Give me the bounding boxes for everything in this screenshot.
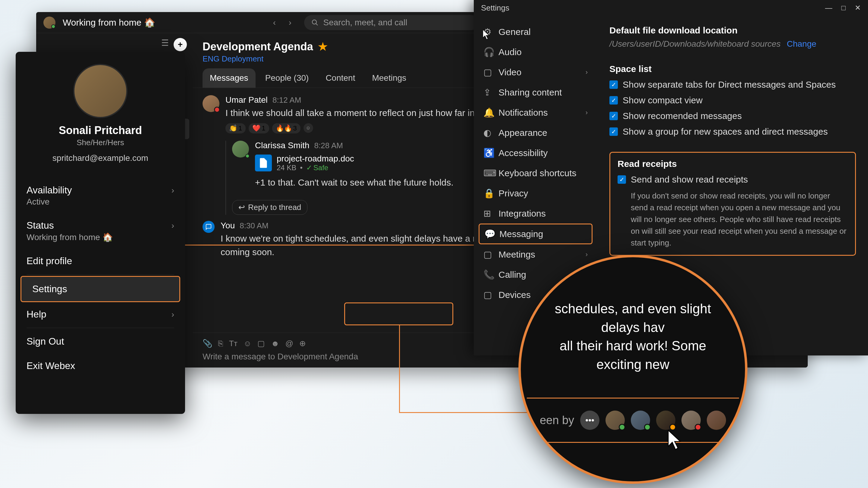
profile-menu: Availability› Active Status› Working fro… <box>16 178 185 378</box>
checkbox-group-new[interactable]: ✓Show a group for new spaces and direct … <box>610 127 856 137</box>
nav-accessibility[interactable]: ♿Accessibility <box>474 143 597 163</box>
you-avatar[interactable] <box>203 221 215 233</box>
message-author[interactable]: Umar Patel <box>225 95 268 105</box>
window-controls: — □ ✕ <box>825 4 861 12</box>
change-link[interactable]: Change <box>786 39 816 48</box>
reaction[interactable]: 🔥🔥 3 <box>272 123 301 133</box>
emoji-icon[interactable]: ☺ <box>244 339 252 348</box>
checkbox-icon: ✓ <box>610 80 618 89</box>
nav-back-button[interactable]: ‹ <box>270 18 279 27</box>
search-input[interactable]: Search, meet, and call <box>304 15 479 30</box>
exit-item[interactable]: Exit Webex <box>16 354 185 378</box>
add-reaction-button[interactable]: ☺ <box>304 123 313 133</box>
profile-pronouns: She/Her/Hers <box>16 138 185 147</box>
seen-avatar[interactable] <box>656 411 675 430</box>
help-item[interactable]: Help› <box>16 302 185 327</box>
tab-messages[interactable]: Messages <box>203 68 255 88</box>
nav-sharing[interactable]: ⇪Sharing content <box>474 82 597 102</box>
nav-integrations[interactable]: ⊞Integrations <box>474 203 597 224</box>
gif-icon[interactable]: ▢ <box>257 339 265 348</box>
nav-arrows: ‹ › <box>270 18 295 27</box>
user-avatar[interactable] <box>43 17 56 29</box>
mention-icon[interactable]: @ <box>285 339 293 348</box>
headphones-icon: 🎧 <box>484 47 493 57</box>
checkbox-icon: ✓ <box>610 127 618 136</box>
maximize-button[interactable]: □ <box>841 4 846 12</box>
dnd-status-dot <box>214 107 220 113</box>
nav-messaging[interactable]: 💬Messaging <box>478 224 592 244</box>
checkbox-read-receipts[interactable]: ✓Send and show read receipts <box>618 174 848 185</box>
favorite-star-icon[interactable]: ★ <box>318 40 328 53</box>
avatar[interactable] <box>232 141 249 158</box>
keyboard-icon: ⌨ <box>484 168 493 178</box>
checkbox-icon: ✓ <box>610 96 618 104</box>
settings-titlebar: Settings — □ ✕ <box>474 0 868 16</box>
chevron-right-icon: › <box>586 251 588 258</box>
nav-privacy[interactable]: 🔒Privacy <box>474 183 597 203</box>
tab-people[interactable]: People (30) <box>258 68 316 88</box>
search-icon <box>311 19 318 26</box>
avatar[interactable] <box>203 95 219 112</box>
lock-icon: 🔒 <box>484 188 493 198</box>
checkbox-separate-tabs[interactable]: ✓Show separate tabs for Direct messages … <box>610 79 856 90</box>
screenshot-icon[interactable]: ⎘ <box>218 339 223 348</box>
minimize-button[interactable]: — <box>825 4 832 12</box>
checkbox-compact[interactable]: ✓Show compact view <box>610 95 856 105</box>
cursor-icon <box>668 430 685 451</box>
chevron-right-icon: › <box>172 186 174 195</box>
attach-icon[interactable]: 📎 <box>203 339 212 348</box>
seen-avatar[interactable] <box>707 411 726 430</box>
svg-line-1 <box>316 24 318 25</box>
personal-icon[interactable]: ⊕ <box>299 339 306 348</box>
reaction[interactable]: ❤️ 1 <box>249 123 269 133</box>
status-item[interactable]: Status› Working from home 🏠 <box>16 213 185 249</box>
presence-dot <box>245 154 250 158</box>
tab-meetings[interactable]: Meetings <box>365 68 413 88</box>
phone-icon: 📞 <box>484 269 493 280</box>
nav-video[interactable]: ▢Video› <box>474 62 597 82</box>
checkbox-icon: ✓ <box>610 112 618 120</box>
chevron-right-icon: › <box>172 310 174 319</box>
nav-keyboard[interactable]: ⌨Keyboard shortcuts <box>474 163 597 183</box>
chevron-right-icon: › <box>586 109 588 117</box>
tab-content[interactable]: Content <box>318 68 362 88</box>
checkbox-recommended[interactable]: ✓Show recomended messages <box>610 111 856 121</box>
add-space-button[interactable]: + <box>174 38 187 51</box>
download-path: /Users/userID/Downloads/whiteboard sourc… <box>610 39 781 48</box>
settings-item[interactable]: Settings <box>21 276 180 302</box>
reaction[interactable]: 👏 1 <box>225 123 246 133</box>
chat-icon: 💬 <box>484 229 493 239</box>
sign-out-item[interactable]: Sign Out <box>16 329 185 354</box>
seen-by-row: een by ••• <box>527 411 739 430</box>
settings-title: Settings <box>481 3 509 13</box>
format-icon[interactable]: Tт <box>229 339 238 348</box>
message-time: 8:28 AM <box>314 141 343 150</box>
nav-audio[interactable]: 🎧Audio <box>474 42 597 62</box>
devices-icon: ▢ <box>484 290 493 300</box>
seen-more-button[interactable]: ••• <box>580 411 599 430</box>
nav-meetings[interactable]: ▢Meetings› <box>474 244 597 264</box>
presence-dot <box>619 424 625 430</box>
seen-avatar[interactable] <box>681 411 701 430</box>
profile-avatar[interactable] <box>73 64 127 118</box>
message-author[interactable]: Clarissa Smith <box>255 141 309 150</box>
bitmoji-icon[interactable]: ☻ <box>271 339 279 348</box>
seen-avatar[interactable] <box>606 411 625 430</box>
edit-profile-item[interactable]: Edit profile <box>16 249 185 273</box>
nav-general[interactable]: ⚙General <box>474 22 597 42</box>
close-button[interactable]: ✕ <box>855 4 861 12</box>
highlight-annotation <box>344 302 453 325</box>
profile-email: spritchard@example.com <box>16 153 185 163</box>
seen-avatar[interactable] <box>631 411 650 430</box>
zoom-message-text: schedules, and even slight delays hav al… <box>527 275 739 386</box>
filter-icon[interactable]: ☰ <box>161 38 169 51</box>
reply-thread-button[interactable]: ↩ Reply to thread <box>232 200 307 215</box>
nav-forward-button[interactable]: › <box>285 18 295 27</box>
status-text[interactable]: Working from home 🏠 <box>63 17 155 28</box>
document-icon <box>255 155 272 171</box>
availability-item[interactable]: Availability› Active <box>16 178 185 213</box>
nav-notifications[interactable]: 🔔Notifications› <box>474 102 597 123</box>
profile-name: Sonali Pritchard <box>16 124 185 137</box>
nav-appearance[interactable]: ◐Appearance <box>474 123 597 143</box>
search-placeholder: Search, meet, and call <box>323 18 407 27</box>
